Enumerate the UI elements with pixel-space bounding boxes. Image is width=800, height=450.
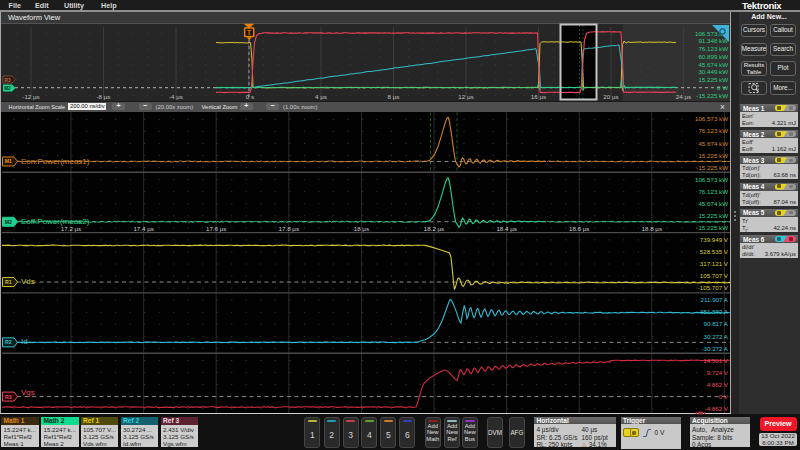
svg-text:-8 µs: -8 µs bbox=[97, 93, 111, 100]
svg-text:-4.862 V: -4.862 V bbox=[705, 404, 729, 411]
svg-text:15.225 kW: 15.225 kW bbox=[698, 212, 728, 219]
svg-text:739.949 V: 739.949 V bbox=[700, 236, 729, 243]
svg-text:20 µs: 20 µs bbox=[603, 93, 618, 100]
svg-text:-15.225 kW: -15.225 kW bbox=[696, 163, 728, 170]
svg-text:-105.707 V: -105.707 V bbox=[698, 284, 729, 291]
svg-text:M2: M2 bbox=[5, 218, 12, 224]
svg-text:317.121 V: 317.121 V bbox=[700, 260, 729, 267]
svg-text:18.2 µs: 18.2 µs bbox=[424, 225, 444, 232]
svg-text:0 V: 0 V bbox=[719, 392, 729, 399]
svg-text:Eon:Power(meas1): Eon:Power(meas1) bbox=[21, 157, 90, 166]
svg-text:76.123 kW: 76.123 kW bbox=[698, 127, 728, 134]
svg-text:45.674 kW: 45.674 kW bbox=[698, 139, 728, 146]
svg-text:151.592 A: 151.592 A bbox=[700, 308, 729, 315]
svg-text:12 µs: 12 µs bbox=[458, 93, 473, 100]
svg-text:17.2 µs: 17.2 µs bbox=[61, 225, 81, 232]
svg-text:18.6 µs: 18.6 µs bbox=[569, 225, 589, 232]
svg-text:-15.225 kW: -15.225 kW bbox=[696, 224, 728, 231]
svg-text:15.225 kW: 15.225 kW bbox=[698, 151, 728, 158]
svg-text:30.449 kW: 30.449 kW bbox=[698, 68, 728, 75]
svg-text:9.724 V: 9.724 V bbox=[707, 368, 729, 375]
svg-text:R1: R1 bbox=[5, 279, 12, 285]
svg-text:60.899 kW: 60.899 kW bbox=[698, 53, 728, 60]
svg-text:-12 µs: -12 µs bbox=[22, 93, 39, 100]
svg-text:15.225 kW: 15.225 kW bbox=[698, 76, 728, 83]
svg-text:-15.225 kW: -15.225 kW bbox=[696, 92, 728, 99]
svg-text:528.535 V: 528.535 V bbox=[700, 248, 729, 255]
svg-text:Vds: Vds bbox=[21, 277, 35, 286]
svg-text:8 µs: 8 µs bbox=[388, 93, 400, 100]
svg-text:17.4 µs: 17.4 µs bbox=[133, 225, 153, 232]
svg-text:45.674 kW: 45.674 kW bbox=[698, 61, 728, 68]
svg-text:91.348 kW: 91.348 kW bbox=[698, 37, 728, 44]
svg-text:M2: M2 bbox=[4, 86, 11, 91]
svg-text:M1: M1 bbox=[5, 158, 12, 164]
svg-text:76.123 kW: 76.123 kW bbox=[698, 45, 728, 52]
svg-text:45.674 kW: 45.674 kW bbox=[698, 199, 728, 206]
svg-text:18.4 µs: 18.4 µs bbox=[496, 225, 516, 232]
svg-text:211.907 A: 211.907 A bbox=[701, 296, 729, 303]
svg-text:18 µs: 18 µs bbox=[354, 225, 369, 232]
svg-text:0 W: 0 W bbox=[717, 84, 728, 91]
svg-text:17.8 µs: 17.8 µs bbox=[279, 225, 299, 232]
svg-text:Id: Id bbox=[21, 337, 28, 346]
svg-text:90.817 A: 90.817 A bbox=[704, 320, 729, 327]
svg-text:R3: R3 bbox=[5, 393, 12, 399]
svg-text:R2: R2 bbox=[5, 339, 12, 345]
svg-text:106.573 kW: 106.573 kW bbox=[695, 115, 728, 122]
svg-text:14.501 V: 14.501 V bbox=[703, 356, 729, 363]
svg-text:4 µs: 4 µs bbox=[315, 93, 327, 100]
svg-text:4.862 V: 4.862 V bbox=[707, 380, 729, 387]
svg-text:17.6 µs: 17.6 µs bbox=[206, 225, 226, 232]
svg-text:R3: R3 bbox=[5, 78, 11, 83]
svg-text:16 µs: 16 µs bbox=[531, 93, 546, 100]
svg-text:-4 µs: -4 µs bbox=[169, 93, 183, 100]
svg-text:-30.272 A: -30.272 A bbox=[702, 344, 729, 351]
svg-text:106.573 kW: 106.573 kW bbox=[695, 175, 728, 182]
svg-text:Eoff:Power(meas2): Eoff:Power(meas2) bbox=[21, 217, 90, 226]
svg-text:Vgs: Vgs bbox=[21, 387, 35, 396]
svg-text:30.272 A: 30.272 A bbox=[704, 332, 729, 339]
svg-text:18.8 µs: 18.8 µs bbox=[642, 225, 662, 232]
svg-text:105.707 V: 105.707 V bbox=[700, 272, 729, 279]
svg-text:0 s: 0 s bbox=[246, 93, 254, 100]
svg-text:24 µs: 24 µs bbox=[676, 93, 691, 100]
svg-text:76.123 kW: 76.123 kW bbox=[698, 187, 728, 194]
